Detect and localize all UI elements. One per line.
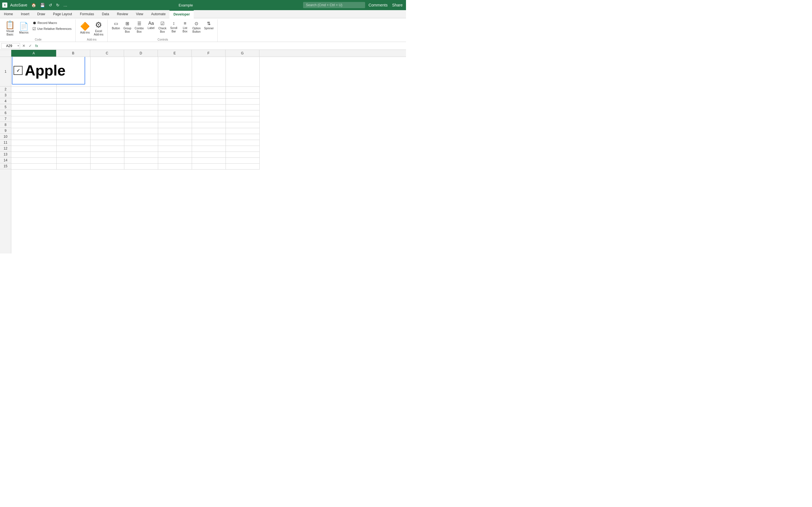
check-box-btn[interactable]: ☑ CheckBox (157, 20, 168, 34)
cell-d4[interactable] (124, 98, 158, 104)
cell-a14[interactable] (11, 158, 56, 163)
cell-e5[interactable] (158, 104, 192, 110)
col-header-e[interactable]: E (158, 50, 192, 57)
cell-e9[interactable] (158, 128, 192, 134)
share-btn[interactable]: Share (391, 2, 404, 8)
cell-f15[interactable] (192, 163, 225, 169)
cell-f9[interactable] (192, 128, 225, 134)
button-ctrl-btn[interactable]: ▭ Button (110, 20, 121, 31)
cell-g13[interactable] (225, 152, 259, 158)
tab-home[interactable]: Home (0, 10, 17, 18)
tab-draw[interactable]: Draw (33, 10, 49, 18)
cell-c1[interactable] (90, 57, 124, 87)
col-header-d[interactable]: D (124, 50, 158, 57)
row-9[interactable]: 9 (0, 128, 11, 134)
cell-b12[interactable] (56, 146, 90, 152)
cell-g3[interactable] (225, 93, 259, 98)
cancel-formula-btn[interactable]: ✕ (21, 43, 27, 48)
cell-b6[interactable] (56, 110, 90, 116)
cell-f4[interactable] (192, 98, 225, 104)
cell-c13[interactable] (90, 152, 124, 158)
tab-automate[interactable]: Automate (147, 10, 169, 18)
checkbox-control[interactable]: ✓ (13, 66, 22, 75)
cell-e6[interactable] (158, 110, 192, 116)
cell-c2[interactable] (90, 87, 124, 93)
cell-f6[interactable] (192, 110, 225, 116)
cell-d14[interactable] (124, 158, 158, 163)
cell-f12[interactable] (192, 146, 225, 152)
cell-g4[interactable] (225, 98, 259, 104)
cell-e12[interactable] (158, 146, 192, 152)
cell-b13[interactable] (56, 152, 90, 158)
list-box-btn[interactable]: ≡ ListBox (180, 20, 190, 34)
cell-f10[interactable] (192, 134, 225, 140)
cell-g1[interactable] (225, 57, 259, 87)
search-input[interactable] (303, 2, 365, 8)
undo-btn[interactable]: ↺ (48, 2, 53, 8)
excel-add-ins-btn[interactable]: ⚙ ExcelAdd-ins (92, 20, 105, 38)
cell-c7[interactable] (90, 116, 124, 122)
cell-c3[interactable] (90, 93, 124, 98)
cell-g9[interactable] (225, 128, 259, 134)
comments-btn[interactable]: Comments (367, 2, 389, 8)
save-btn[interactable]: 💾 (39, 2, 46, 8)
row-15[interactable]: 15 (0, 163, 11, 169)
redo-btn[interactable]: ↻ (55, 2, 61, 8)
cell-d10[interactable] (124, 134, 158, 140)
cell-a6[interactable] (11, 110, 56, 116)
row-7[interactable]: 7 (0, 116, 11, 122)
cell-f13[interactable] (192, 152, 225, 158)
cell-g6[interactable] (225, 110, 259, 116)
tab-page-layout[interactable]: Page Layout (49, 10, 76, 18)
col-header-f[interactable]: F (192, 50, 225, 57)
row-6[interactable]: 6 (0, 110, 11, 116)
cell-e1[interactable] (158, 57, 192, 87)
cell-g12[interactable] (225, 146, 259, 152)
home-btn[interactable]: 🏠 (30, 2, 37, 8)
apple-widget[interactable]: ✓ Apple (12, 57, 85, 84)
cell-c12[interactable] (90, 146, 124, 152)
accept-formula-btn[interactable]: ✓ (28, 43, 33, 48)
cell-a9[interactable] (11, 128, 56, 134)
cell-g8[interactable] (225, 122, 259, 128)
cell-b15[interactable] (56, 163, 90, 169)
cell-b3[interactable] (56, 93, 90, 98)
cell-d15[interactable] (124, 163, 158, 169)
row-10[interactable]: 10 (0, 134, 11, 140)
row-1[interactable]: 1 (0, 57, 11, 87)
cell-g11[interactable] (225, 140, 259, 146)
col-header-a[interactable]: A (11, 50, 56, 57)
more-btn[interactable]: … (62, 2, 68, 8)
cell-a1[interactable]: ✓ Apple (11, 57, 56, 87)
spinner-btn[interactable]: ⇅ Spinner (203, 20, 215, 31)
tab-formulas[interactable]: Formulas (76, 10, 98, 18)
row-3[interactable]: 3 (0, 93, 11, 98)
cell-c5[interactable] (90, 104, 124, 110)
row-14[interactable]: 14 (0, 158, 11, 163)
row-5[interactable]: 5 (0, 104, 11, 110)
cell-c11[interactable] (90, 140, 124, 146)
cell-d6[interactable] (124, 110, 158, 116)
cell-f14[interactable] (192, 158, 225, 163)
label-ctrl-btn[interactable]: Aa Label (146, 20, 156, 31)
row-8[interactable]: 8 (0, 122, 11, 128)
cell-c8[interactable] (90, 122, 124, 128)
cell-a4[interactable] (11, 98, 56, 104)
col-header-g[interactable]: G (225, 50, 259, 57)
cell-d7[interactable] (124, 116, 158, 122)
cell-b5[interactable] (56, 104, 90, 110)
visual-basic-btn[interactable]: 📋 VisualBasic (3, 20, 17, 38)
cell-e4[interactable] (158, 98, 192, 104)
cell-b14[interactable] (56, 158, 90, 163)
cell-b11[interactable] (56, 140, 90, 146)
cell-g14[interactable] (225, 158, 259, 163)
cell-b8[interactable] (56, 122, 90, 128)
cell-g5[interactable] (225, 104, 259, 110)
tab-insert[interactable]: Insert (17, 10, 33, 18)
cell-reference[interactable] (1, 43, 17, 48)
cell-e7[interactable] (158, 116, 192, 122)
cell-f5[interactable] (192, 104, 225, 110)
cell-c10[interactable] (90, 134, 124, 140)
cell-b4[interactable] (56, 98, 90, 104)
cell-d8[interactable] (124, 122, 158, 128)
